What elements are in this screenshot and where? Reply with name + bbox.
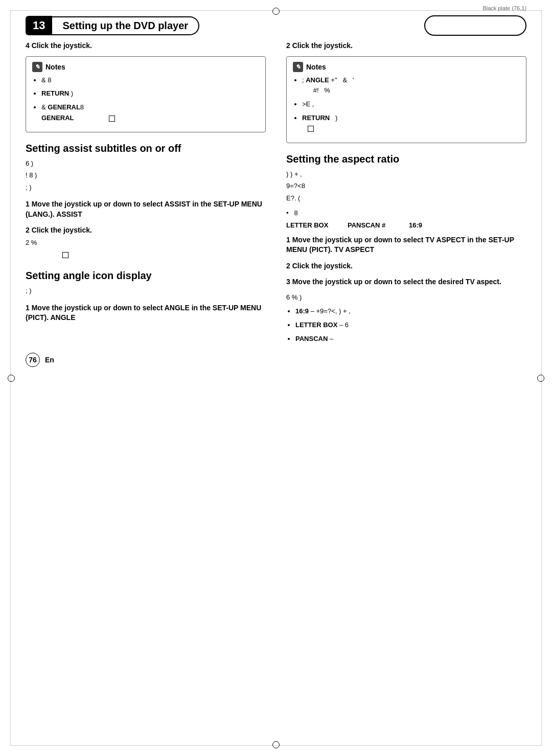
corner-label: Black plate (76,1) [482,5,526,11]
crosshair-left-circle [8,375,15,382]
page-border [10,10,542,746]
crosshair-top-circle [272,8,280,15]
crosshair-right-circle [537,375,544,382]
crosshair-bottom-circle [272,741,280,748]
